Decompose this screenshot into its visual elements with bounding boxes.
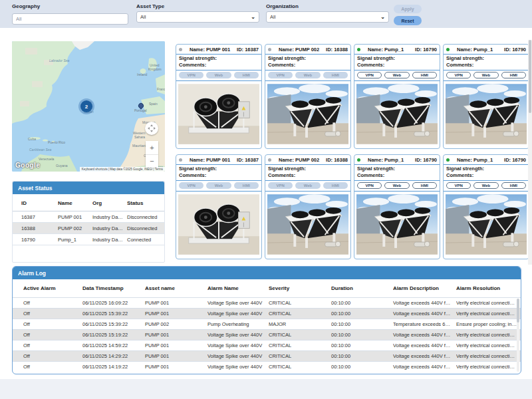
map-zoom-in-button[interactable]: + [146,141,158,155]
column-header: Data Timestamp [82,285,145,291]
web-button[interactable]: Web [384,182,409,189]
hmi-button[interactable]: HMI [412,72,437,78]
cards-scrollbar-thumb[interactable] [529,40,531,113]
asset-card: Name: Pump_1 ID: 16790 Signal strength: … [443,44,529,149]
cards-scrollbar[interactable] [528,40,532,265]
map-label: Guyana [56,164,68,168]
web-button[interactable]: Web [295,182,320,189]
card-info: Signal strength: Comments: [354,55,440,70]
alarm-log-row[interactable]: Off06/11/2025 15:39:22PUMP 001Voltage Sp… [13,308,521,319]
map-label: Spain [149,102,158,106]
card-buttons: VPNWebHMI [354,70,440,81]
web-button[interactable]: Web [206,182,231,189]
asset-card: Name: Pump_1 ID: 16790 Signal strength: … [354,44,440,149]
hmi-button[interactable]: HMI [234,182,259,189]
card-header: Name: PUMP 002 ID: 16388 [265,45,350,55]
geography-input[interactable] [12,13,128,25]
asset-card: Name: PUMP 002 ID: 16388 Signal strength… [265,44,351,149]
signal-strength-label: Signal strength: [179,166,259,172]
asset-status-panel: Asset Status IDNameOrgStatus 16387PUMP 0… [12,181,165,263]
card-buttons: VPNWebHMI [176,181,261,192]
chevron-down-icon: ⌄ [251,14,255,20]
vpn-button[interactable]: VPN [446,72,471,78]
hmi-button[interactable]: HMI [234,72,259,78]
web-button[interactable]: Web [295,72,320,78]
table-cell: 06/11/2025 16:09:22 [82,300,145,306]
table-cell: MAJOR [269,321,331,327]
reset-button[interactable]: Reset [394,16,422,25]
map-pan-control[interactable] [145,122,158,135]
alarm-log-panel: Alarm Log Active AlarmData TimestampAsse… [12,266,521,374]
pan-icon [147,124,156,133]
card-header: Name: PUMP 002 ID: 16388 [265,155,350,165]
pump-photo-outdoor [446,83,527,145]
alarm-log-row[interactable]: Off06/11/2025 14:29:22PUMP 001Voltage Sp… [13,350,521,361]
comments-label: Comments: [357,172,437,179]
table-cell: 00:10:00 [331,342,393,348]
map[interactable]: Labrador SeaNorthAtlanticOceanUnitedKing… [12,41,165,172]
alarm-log-row[interactable]: Off06/11/2025 15:39:22PUMP 002Pump Overh… [13,319,521,329]
hmi-button[interactable]: HMI [501,72,526,78]
alarm-log-title: Alarm Log [13,267,521,279]
alarm-log-scrollbar[interactable] [517,299,519,372]
asset-type-select[interactable]: All ⌄ [136,11,259,23]
web-button[interactable]: Web [384,72,409,78]
vpn-button[interactable]: VPN [357,72,382,78]
alarm-log-scrollbar-thumb[interactable] [517,299,519,323]
hmi-button[interactable]: HMI [412,182,437,189]
vpn-button[interactable]: VPN [179,72,203,78]
table-cell: 16790 [21,237,58,243]
table-cell: Voltage exceeds 440V for more... [393,311,456,317]
vpn-button[interactable]: VPN [268,182,293,189]
card-header: Name: Pump_1 ID: 16790 [354,45,440,55]
card-name: Name: PUMP 001 [190,47,230,53]
column-header: Alarm Name [207,285,269,291]
table-cell: Ensure proper cooling; inspect t... [456,321,521,327]
hmi-button[interactable]: HMI [323,72,348,78]
map-label: Puerto Rico [48,140,65,144]
pump-photo-outdoor [267,194,348,255]
card-id: ID: 16388 [326,157,348,163]
organization-select[interactable]: All ⌄ [266,11,389,23]
alarm-log-row[interactable]: Off06/11/2025 16:09:22PUMP 001Voltage Sp… [13,297,521,308]
table-cell: Verify electrical connections; in... [456,342,521,348]
vpn-button[interactable]: VPN [357,182,382,189]
map-cluster-marker[interactable]: 2 [80,100,92,112]
hmi-button[interactable]: HMI [501,182,526,189]
map-label: France [157,87,165,91]
table-cell: CRITICAL [269,300,331,306]
asset-type-value: All [140,14,146,20]
table-cell: Pump_1 [58,237,92,243]
alarm-log-row[interactable]: Off06/11/2025 14:19:22PUMP 001Voltage Sp… [13,361,521,372]
filter-bar: Geography Asset Type All ⌄ Organization … [0,0,532,28]
status-dot-icon [179,48,182,51]
status-dot-icon [268,48,271,51]
table-cell: 06/11/2025 14:19:22 [82,364,145,370]
web-button[interactable]: Web [206,72,231,78]
web-button[interactable]: Web [473,182,498,189]
asset-type-filter: Asset Type All ⌄ [136,3,259,23]
map-label: Kingdom [148,67,162,71]
map-attribution[interactable]: Keyboard shortcuts | Map data ©2025 Goog… [80,167,165,172]
asset-status-row[interactable]: 16388PUMP 002Industry Dashb...Disconnect… [13,223,164,234]
card-header: Name: Pump_1 ID: 16790 [354,155,440,165]
map-zoom-out-button[interactable]: − [146,155,158,168]
vpn-button[interactable]: VPN [268,72,293,78]
asset-status-row[interactable]: 16387PUMP 001Industry Dashb...Disconnect… [13,211,164,223]
card-id: ID: 16387 [237,47,259,53]
alarm-log-row[interactable]: Off06/11/2025 15:19:22PUMP 001Voltage Sp… [13,329,521,340]
alarm-log-row[interactable]: Off06/11/2025 14:59:22PUMP 001Voltage Sp… [13,340,521,350]
status-dot-icon [446,48,450,51]
vpn-button[interactable]: VPN [446,182,471,189]
table-cell: PUMP 001 [145,364,207,370]
organization-label: Organization [266,3,389,9]
hmi-button[interactable]: HMI [323,182,348,189]
vpn-button[interactable]: VPN [179,182,203,189]
web-button[interactable]: Web [473,72,498,78]
apply-button[interactable]: Apply [394,5,422,13]
table-cell: Voltage exceeds 440V for more... [393,342,456,348]
pump-image [356,83,438,145]
pump-photo-outdoor [267,83,348,145]
asset-status-row[interactable]: 16790Pump_1Industry Dashb...Connected [13,234,164,245]
comments-label: Comments: [357,62,437,68]
